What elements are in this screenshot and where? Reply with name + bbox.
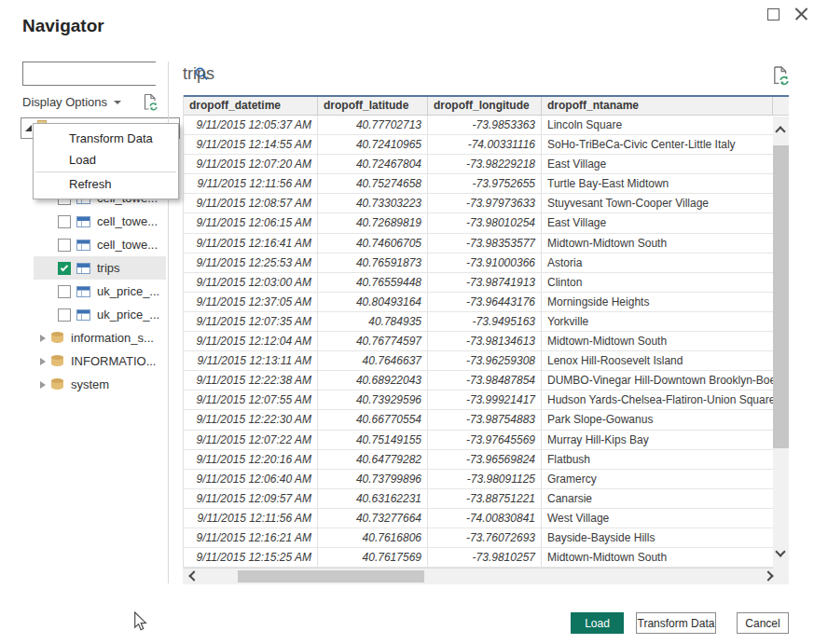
table-row[interactable]: 9/11/2015 12:37:05 AM 40.80493164 -73.96… <box>184 293 789 312</box>
table-row[interactable]: 9/11/2015 12:07:55 AM 40.73929596 -73.99… <box>184 391 789 410</box>
column-header-dropoff-datetime[interactable]: dropoff_datetime <box>184 97 318 115</box>
table-cell: -73.9752655 <box>428 174 542 193</box>
table-icon <box>76 216 90 227</box>
table-row[interactable]: 9/11/2015 12:11:56 AM 40.75274658 -73.97… <box>184 174 789 194</box>
table-checkbox[interactable] <box>58 285 71 298</box>
table-row[interactable]: 9/11/2015 12:08:57 AM 40.73303223 -73.97… <box>184 194 789 213</box>
database-icon <box>51 378 63 391</box>
table-cell: Midtown-Midtown South <box>542 332 789 350</box>
search-box[interactable] <box>22 62 156 86</box>
table-cell: -73.98134613 <box>428 332 542 350</box>
table-icon <box>76 286 90 297</box>
table-row[interactable]: 9/11/2015 12:14:55 AM 40.72410965 -74.00… <box>184 135 789 155</box>
tree-item[interactable]: cell_towe... <box>34 233 166 256</box>
table-row[interactable]: 9/11/2015 12:07:22 AM 40.75149155 -73.97… <box>184 431 789 450</box>
table-row[interactable]: 9/11/2015 12:22:38 AM 40.68922043 -73.98… <box>184 371 789 391</box>
table-row[interactable]: 9/11/2015 12:20:16 AM 40.64779282 -73.96… <box>184 450 789 470</box>
table-cell: 9/11/2015 12:08:57 AM <box>184 194 318 212</box>
vertical-scrollbar[interactable] <box>773 116 789 569</box>
tree-item[interactable]: uk_price_... <box>34 303 166 326</box>
scroll-right-icon[interactable] <box>763 570 773 581</box>
table-row[interactable]: 9/11/2015 12:07:35 AM 40.784935 -73.9495… <box>184 312 789 332</box>
table-row[interactable]: 9/11/2015 12:03:00 AM 40.76559448 -73.98… <box>184 273 789 293</box>
horizontal-scrollbar-thumb[interactable] <box>238 570 424 582</box>
table-row[interactable]: 9/11/2015 12:09:57 AM 40.63162231 -73.88… <box>184 489 789 509</box>
table-cell: 9/11/2015 12:12:04 AM <box>184 332 318 350</box>
table-checkbox[interactable] <box>58 239 71 252</box>
table-row[interactable]: 9/11/2015 12:07:20 AM 40.72467804 -73.98… <box>184 155 789 174</box>
table-row[interactable]: 9/11/2015 12:22:30 AM 40.66770554 -73.98… <box>184 410 789 430</box>
refresh-preview-icon[interactable] <box>143 93 157 111</box>
scroll-up-icon[interactable] <box>775 126 785 136</box>
table-cell: 9/11/2015 12:22:38 AM <box>184 371 318 390</box>
maximize-icon[interactable] <box>767 8 780 21</box>
column-header-dropoff-ntaname[interactable]: dropoff_ntaname <box>542 97 773 115</box>
refresh-preview-icon[interactable] <box>772 65 786 83</box>
table-cell: 40.72467804 <box>318 155 428 173</box>
scroll-left-icon[interactable] <box>188 570 199 581</box>
close-icon[interactable] <box>794 7 808 21</box>
table-cell: 40.68922043 <box>318 371 428 390</box>
table-cell: 40.7646637 <box>318 351 428 370</box>
table-cell: 9/11/2015 12:07:55 AM <box>184 391 318 409</box>
tree-item[interactable]: information_s... <box>34 326 166 349</box>
table-row[interactable]: 9/11/2015 12:16:21 AM 40.7616806 -73.760… <box>184 528 789 548</box>
tree-item-label: system <box>71 377 109 391</box>
table-cell: Yorkville <box>542 312 789 331</box>
table-checkbox[interactable] <box>58 215 71 228</box>
context-menu-item[interactable]: Transform Data <box>34 128 178 149</box>
table-cell: Park Slope-Gowanus <box>542 410 789 429</box>
table-cell: 40.76774597 <box>318 332 428 350</box>
table-cell: 40.75274658 <box>318 174 428 193</box>
horizontal-scrollbar[interactable] <box>183 569 789 584</box>
column-header-dropoff-latitude[interactable]: dropoff_latitude <box>318 97 428 115</box>
table-cell: -73.97973633 <box>428 194 542 212</box>
table-cell: Morningside Heights <box>542 293 789 311</box>
tree-item[interactable]: uk_price_... <box>34 280 166 303</box>
table-row[interactable]: 9/11/2015 12:06:15 AM 40.72689819 -73.98… <box>184 213 789 233</box>
tree-item[interactable]: cell_towe... <box>34 210 166 233</box>
context-menu-item[interactable]: Refresh <box>34 173 178 195</box>
table-cell: 9/11/2015 12:11:56 AM <box>184 174 318 193</box>
table-icon <box>76 240 90 251</box>
table-cell: -73.96569824 <box>428 450 542 469</box>
table-cell: 9/11/2015 12:06:40 AM <box>184 470 318 488</box>
table-cell: -73.9495163 <box>428 312 542 331</box>
table-cell: -73.97645569 <box>428 431 542 449</box>
table-row[interactable]: 9/11/2015 12:16:41 AM 40.74606705 -73.98… <box>184 234 789 253</box>
scroll-down-icon[interactable] <box>775 546 785 556</box>
table-row[interactable]: 9/11/2015 12:15:25 AM 40.7617569 -73.981… <box>184 548 789 568</box>
load-button[interactable]: Load <box>571 612 624 634</box>
cancel-button[interactable]: Cancel <box>737 612 789 634</box>
table-row[interactable]: 9/11/2015 12:25:53 AM 40.76591873 -73.91… <box>184 253 789 273</box>
transform-data-button[interactable]: Transform Data <box>636 612 716 634</box>
tree-item[interactable]: INFORMATIO... <box>34 349 166 373</box>
table-cell: 9/11/2015 12:07:35 AM <box>184 312 318 331</box>
table-row[interactable]: 9/11/2015 12:05:37 AM 40.77702713 -73.98… <box>184 116 789 135</box>
table-row[interactable]: 9/11/2015 12:06:40 AM 40.73799896 -73.98… <box>184 470 789 489</box>
tree-item[interactable]: system <box>34 373 166 396</box>
tree-item-label: uk_price_... <box>97 284 159 298</box>
search-input[interactable] <box>23 62 195 85</box>
table-cell: Bayside-Bayside Hills <box>542 528 789 547</box>
table-cell: Midtown-Midtown South <box>542 234 789 253</box>
table-row[interactable]: 9/11/2015 12:13:11 AM 40.7646637 -73.962… <box>184 351 789 371</box>
tree-item[interactable]: trips <box>34 256 166 280</box>
tree-item-label: cell_towe... <box>97 214 158 228</box>
table-cell: -73.9853363 <box>428 116 542 134</box>
expand-arrow-icon[interactable] <box>40 335 46 342</box>
vertical-scrollbar-thumb[interactable] <box>773 145 789 448</box>
display-options[interactable]: Display Options <box>22 92 157 111</box>
table-cell: 9/11/2015 12:22:30 AM <box>184 410 318 429</box>
expand-arrow-expanded-icon[interactable] <box>25 125 32 131</box>
table-row[interactable]: 9/11/2015 12:12:04 AM 40.76774597 -73.98… <box>184 332 789 351</box>
table-cell: 40.75149155 <box>318 431 428 449</box>
expand-arrow-icon[interactable] <box>40 358 46 365</box>
table-checkbox[interactable] <box>58 308 71 322</box>
context-menu-item[interactable]: Load <box>34 149 178 171</box>
table-checkbox[interactable] <box>58 262 71 275</box>
table-cell: Stuyvesant Town-Cooper Village <box>542 194 789 212</box>
table-row[interactable]: 9/11/2015 12:11:56 AM 40.73277664 -74.00… <box>184 509 789 528</box>
column-header-dropoff-longitude[interactable]: dropoff_longitude <box>428 97 542 115</box>
expand-arrow-icon[interactable] <box>40 381 46 389</box>
